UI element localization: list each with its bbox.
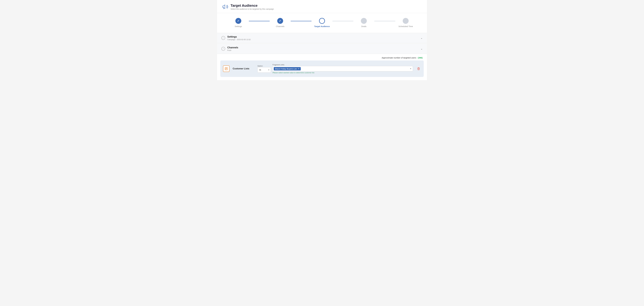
channels-check-icon: ✓ <box>222 47 225 51</box>
step-settings-circle: ✓ <box>236 18 241 24</box>
page-title: Target Audience <box>230 4 274 8</box>
step-target-audience[interactable]: Target Audience <box>312 18 332 28</box>
page-header: Target Audience Select the audience to b… <box>217 0 427 13</box>
page-subtitle: Select the audience to be targeted by th… <box>230 8 274 10</box>
filter-controls: Option: IS IS NOT Fragment units: <box>258 64 413 74</box>
connector-3 <box>332 21 354 21</box>
channels-accordion-subtitle: Push <box>227 49 238 51</box>
step-settings[interactable]: ✓ Settings <box>228 18 249 28</box>
filter-label: Customer Lists <box>233 67 254 70</box>
filter-hint: Please select wanted value to determine … <box>272 72 413 74</box>
step-scheduled-time-circle <box>403 18 408 24</box>
step-deals-label: Deals <box>361 25 366 28</box>
step-deals-circle <box>361 18 367 24</box>
approx-label: Approximate number of targeted users - <box>382 57 417 59</box>
fragment-units-group: Fragment units: Black Friday Buyers List… <box>272 64 413 74</box>
option-select[interactable]: IS IS NOT <box>258 67 271 73</box>
stepper-container: ✓ Settings ✓ Channels Target Audience <box>217 13 427 32</box>
filter-row: Customer Lists Option: IS IS NOT <box>220 62 424 76</box>
channels-chevron-icon: ⌄ <box>420 47 422 50</box>
header-text: Target Audience Select the audience to b… <box>230 4 274 10</box>
connector-4 <box>374 21 395 21</box>
tag-item: Black Friday Buyers List ✕ <box>274 67 301 70</box>
option-select-wrapper: IS IS NOT <box>258 67 271 73</box>
settings-accordion-subtitle: Campaign - 2025-02-05 13:32 <box>227 39 250 41</box>
megaphone-icon <box>222 3 228 10</box>
step-channels-label: Channels <box>276 25 284 28</box>
connector-2 <box>291 21 312 21</box>
channels-accordion: ✓ Channels Push ⌄ <box>217 44 427 54</box>
filter-area: Customer Lists Option: IS IS NOT <box>220 60 424 77</box>
fragment-units-label: Fragment units: <box>272 64 413 66</box>
step-scheduled-time-label: Scheduled Time <box>398 25 413 28</box>
step-settings-label: Settings <box>235 25 242 28</box>
step-deals[interactable]: Deals <box>353 18 374 28</box>
stepper: ✓ Settings ✓ Channels Target Audience <box>228 18 416 28</box>
settings-accordion-title: Settings <box>227 35 250 38</box>
step-channels-circle: ✓ <box>277 18 283 24</box>
tag-close-button[interactable]: ✕ <box>298 68 300 70</box>
filter-list-icon <box>223 65 230 72</box>
channels-accordion-header[interactable]: ✓ Channels Push ⌄ <box>217 44 427 54</box>
approx-count: (396) <box>418 57 422 59</box>
page-container: Target Audience Select the audience to b… <box>217 0 427 80</box>
settings-accordion-header[interactable]: ✓ Settings Campaign - 2025-02-05 13:32 ⌄ <box>217 33 427 43</box>
settings-accordion: ✓ Settings Campaign - 2025-02-05 13:32 ⌄ <box>217 33 427 43</box>
settings-check-icon: ✓ <box>222 36 225 40</box>
channels-accordion-title: Channels <box>227 46 238 49</box>
option-group: Option: IS IS NOT <box>258 65 271 73</box>
step-target-audience-circle <box>319 18 325 24</box>
step-target-audience-label: Target Audience <box>314 25 330 28</box>
step-channels[interactable]: ✓ Channels <box>270 18 291 28</box>
tag-text: Black Friday Buyers List <box>275 68 297 70</box>
option-label: Option: <box>258 65 271 67</box>
filter-delete-button[interactable] <box>416 66 421 71</box>
tag-dropdown-arrow: ▼ <box>410 68 412 70</box>
tag-input-container[interactable]: Black Friday Buyers List ✕ ▼ <box>272 66 413 71</box>
step-scheduled-time[interactable]: Scheduled Time <box>395 18 416 28</box>
settings-chevron-icon: ⌄ <box>420 37 422 40</box>
connector-1 <box>249 21 270 21</box>
approx-users-bar: Approximate number of targeted users - (… <box>217 54 427 60</box>
target-audience-section: Approximate number of targeted users - (… <box>217 54 427 80</box>
